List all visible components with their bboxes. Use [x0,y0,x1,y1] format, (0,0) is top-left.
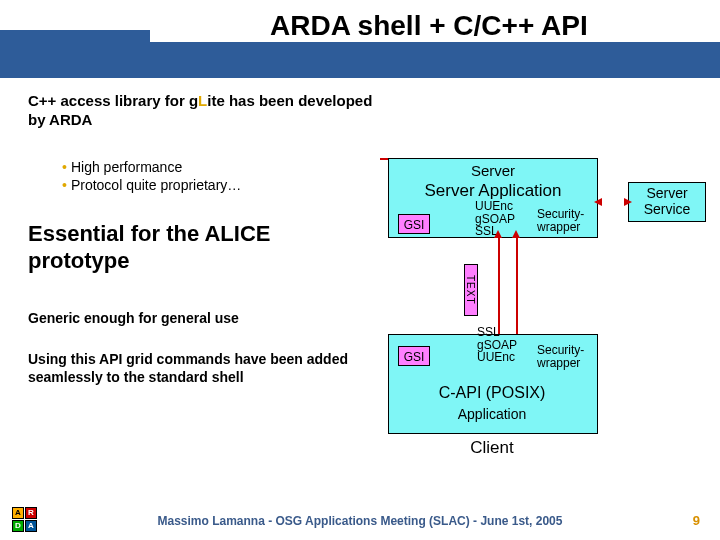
arrow-head [494,230,502,238]
bullet-item: Protocol quite proprietary… [62,176,373,195]
arrow-head [624,198,632,206]
arrow-head [512,230,520,238]
bullet-item: High performance [62,158,373,177]
lead-pre: C++ access library for g [28,92,198,109]
lead-text: C++ access library for gLite has been de… [28,92,373,130]
server-app-label: Server Application [389,181,597,201]
service-box: Server Service [628,182,706,222]
using-text: Using this API grid commands have been a… [28,350,373,386]
content-column: C++ access library for gLite has been de… [28,92,373,386]
security-wrapper-top: Security- wrapper [537,208,584,233]
client-label: Client [402,438,582,458]
capi-label: C-API (POSIX) [402,384,582,402]
arrow-line [498,236,500,338]
security-wrapper-bottom: Security- wrapper [537,344,584,369]
architecture-diagram: Server Server Application Server Service… [380,158,710,448]
page-number: 9 [693,513,700,528]
lead-highlight: L [198,92,207,109]
header-right-block [120,42,720,78]
ssl-label-bottom: SSL gSOAP UUEnc [477,326,517,364]
generic-text: Generic enough for general use [28,310,373,326]
bullet-list: High performance Protocol quite propriet… [62,158,373,196]
arrow-line [516,236,518,338]
slide-title: ARDA shell + C/C++ API [270,10,588,42]
arrow-head [594,198,602,206]
application-label: Application [402,406,582,422]
server-label: Server [389,162,597,179]
essential-heading: Essential for the ALICE prototype [28,221,373,274]
gsi-box-top: GSI [398,214,430,234]
footer-text: Massimo Lamanna - OSG Applications Meeti… [0,514,720,528]
gsi-box-bottom: GSI [398,346,430,366]
text-protocol-box: TEXT [464,264,478,316]
